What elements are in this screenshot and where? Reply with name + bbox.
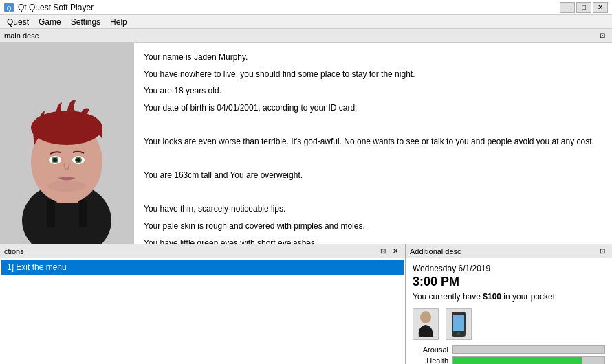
health-bar-bg	[452, 356, 605, 364]
menu-settings[interactable]: Settings	[67, 16, 105, 27]
main-desc-header-right: ⊡	[597, 30, 608, 41]
desc-line-homeless: You have nowhere to live, you should fin…	[144, 68, 602, 81]
time-display: 3:00 PM	[413, 275, 605, 289]
bottom-section: ctions ⊡ ✕ 1] Exit the menu Additional d…	[0, 244, 612, 364]
arousal-bar-bg	[452, 345, 605, 354]
desc-line-dob: Your date of birth is 04/01/2001, accord…	[144, 102, 602, 115]
main-desc-label: main desc	[4, 32, 39, 40]
actions-list: 1] Exit the menu	[0, 258, 405, 364]
dock-icon[interactable]: ⊡	[597, 30, 608, 41]
actions-header: ctions ⊡ ✕	[0, 244, 405, 258]
content-area: Your name is Jaden Murphy. You have nowh…	[0, 43, 612, 244]
svg-rect-14	[79, 200, 87, 227]
title-bar: Q Qt Quest Soft Player — □ ✕	[0, 0, 612, 15]
svg-point-12	[76, 158, 80, 162]
desc-line-height: You are 163cm tall and You are overweigh…	[144, 169, 602, 182]
menu-quest[interactable]: Quest	[3, 16, 33, 27]
action-item-exit[interactable]: 1] Exit the menu	[1, 260, 404, 275]
additional-header: Additional desc ⊡	[406, 244, 612, 258]
description-text: Your name is Jaden Murphy. You have nowh…	[134, 43, 612, 244]
actions-panel: ctions ⊡ ✕ 1] Exit the menu	[0, 244, 406, 364]
svg-text:Q: Q	[6, 5, 11, 12]
desc-line-lips: You have thin, scarcely-noticeable lips.	[144, 203, 602, 216]
minimize-button[interactable]: —	[560, 2, 575, 13]
additional-panel: Additional desc ⊡ Wednesday 6/1/2019 3:0…	[406, 244, 612, 364]
svg-rect-13	[47, 200, 55, 227]
title-bar-left: Q Qt Quest Soft Player	[4, 3, 94, 12]
date-display: Wednesday 6/1/2019	[413, 264, 605, 273]
character-icon	[413, 308, 439, 340]
phone-icon	[446, 308, 472, 340]
actions-header-right: ⊡ ✕	[378, 246, 401, 257]
maximize-button[interactable]: □	[576, 2, 591, 13]
additional-content: Wednesday 6/1/2019 3:00 PM You currently…	[406, 258, 612, 364]
desc-line-skin: Your pale skin is rough and covered with…	[144, 220, 602, 233]
desc-line-name: Your name is Jaden Murphy.	[144, 51, 602, 64]
desc-line-spacer3	[144, 186, 602, 199]
desc-line-looks: Your looks are even worse than terrible.…	[144, 135, 602, 148]
top-section: main desc ⊡	[0, 29, 612, 244]
additional-label: Additional desc	[410, 247, 461, 255]
actions-dock-icon[interactable]: ⊡	[378, 246, 389, 257]
close-button[interactable]: ✕	[593, 2, 608, 13]
desc-line-eyes: You have little green eyes with short ey…	[144, 237, 602, 244]
health-label: Health	[413, 356, 448, 364]
additional-dock-icon[interactable]: ⊡	[597, 246, 608, 257]
title-bar-controls[interactable]: — □ ✕	[560, 2, 608, 13]
svg-point-9	[53, 158, 57, 162]
title-bar-title: Qt Quest Soft Player	[18, 3, 94, 12]
menu-game[interactable]: Game	[34, 16, 65, 27]
svg-point-19	[457, 332, 460, 335]
desc-line-spacer1	[144, 118, 602, 131]
arousal-label: Arousal	[413, 345, 448, 354]
health-stat-row: Health	[413, 356, 605, 364]
health-bar-fill	[453, 357, 582, 364]
svg-point-16	[420, 311, 431, 323]
money-prefix: You currently have	[413, 292, 483, 302]
svg-rect-18	[453, 315, 464, 331]
icons-row	[413, 308, 605, 340]
desc-line-spacer2	[144, 152, 602, 166]
arousal-stat-row: Arousal	[413, 345, 605, 354]
money-display: You currently have $100 in your pocket	[413, 292, 605, 302]
desc-line-age: You are 18 years old.	[144, 84, 602, 98]
svg-point-15	[47, 181, 86, 192]
main-area: main desc ⊡	[0, 29, 612, 364]
money-suffix: in your pocket	[501, 292, 555, 302]
app-icon: Q	[4, 3, 14, 12]
actions-label: ctions	[4, 247, 24, 255]
actions-close-icon[interactable]: ✕	[390, 246, 401, 257]
money-amount: $100	[483, 292, 501, 302]
main-desc-header: main desc ⊡	[0, 29, 612, 43]
menu-bar: Quest Game Settings Help	[0, 15, 612, 29]
menu-help[interactable]: Help	[106, 16, 131, 27]
character-portrait	[0, 43, 134, 244]
